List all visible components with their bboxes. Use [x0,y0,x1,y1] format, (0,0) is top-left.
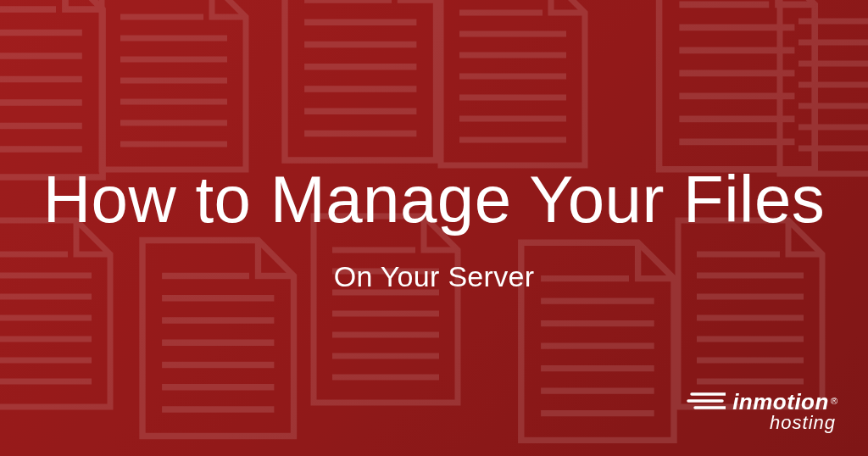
brand-logo: inmotion® hosting [687,389,837,434]
speed-stripes-icon [687,392,726,414]
logo-brand-name: inmotion [732,389,829,414]
logo-trademark: ® [831,396,837,406]
hero-banner: How to Manage Your Files On Your Server … [0,0,868,456]
hero-title: How to Manage Your Files [43,163,826,236]
hero-content: How to Manage Your Files On Your Server [9,163,860,293]
hero-subtitle: On Your Server [43,260,826,293]
